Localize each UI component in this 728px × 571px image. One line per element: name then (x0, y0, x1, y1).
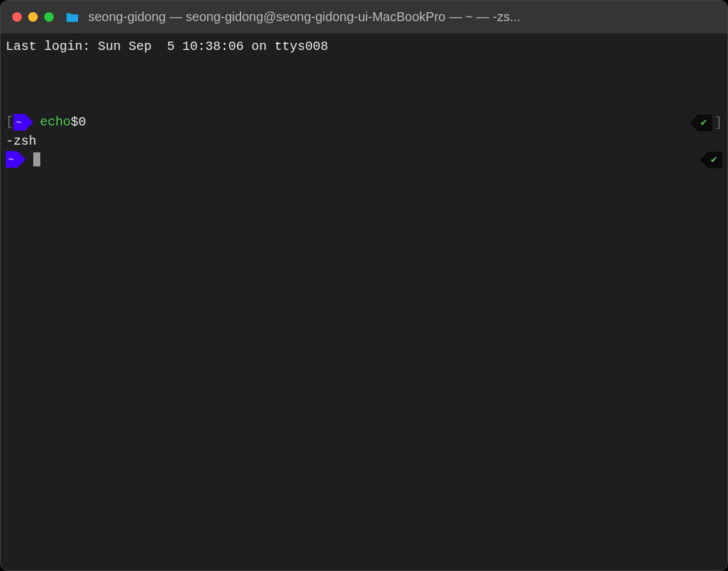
last-login-text: Last login: Sun Sep 5 10:38:06 on ttys00… (6, 38, 722, 56)
window-title: seong-gidong — seong-gidong@seong-gidong… (88, 10, 716, 24)
status-badge: ✔ (708, 152, 722, 168)
chevron-left-icon (690, 115, 698, 131)
terminal-window: seong-gidong — seong-gidong@seong-gidong… (0, 0, 728, 571)
maximize-button[interactable] (44, 12, 54, 22)
traffic-lights (12, 12, 54, 22)
chevron-right-icon (17, 151, 26, 168)
check-icon: ✔ (711, 151, 717, 169)
command-name: echo (40, 113, 70, 131)
prompt-segment: ~ (13, 114, 40, 131)
status-indicator-2: ✔ (700, 152, 722, 168)
folder-icon (65, 12, 79, 23)
command-output: -zsh (6, 133, 722, 150)
minimize-button[interactable] (28, 12, 38, 22)
titlebar[interactable]: seong-gidong — seong-gidong@seong-gidong… (1, 1, 727, 34)
command-arg: $0 (70, 113, 86, 131)
chevron-right-icon (25, 114, 33, 131)
bracket-open: [ (6, 113, 13, 131)
check-icon: ✔ (700, 114, 707, 132)
cursor (33, 152, 40, 166)
status-indicator-1: ✔ ] (690, 115, 722, 131)
close-button[interactable] (12, 12, 22, 22)
prompt-line-current: ~ (6, 150, 722, 168)
chevron-left-icon (700, 152, 708, 168)
prompt-dir-badge: ~ (6, 151, 17, 168)
bracket-close: ] (715, 114, 722, 132)
terminal-body[interactable]: Last login: Sun Sep 5 10:38:06 on ttys00… (1, 34, 727, 570)
prompt-dir-badge: ~ (13, 114, 25, 131)
status-badge: ✔ (698, 115, 712, 131)
prompt-dir-text: ~ (8, 151, 13, 169)
prompt-line-1: [ ~ echo $0 (6, 113, 722, 131)
prompt-segment: ~ (6, 151, 32, 168)
prompt-dir-text: ~ (16, 114, 21, 132)
